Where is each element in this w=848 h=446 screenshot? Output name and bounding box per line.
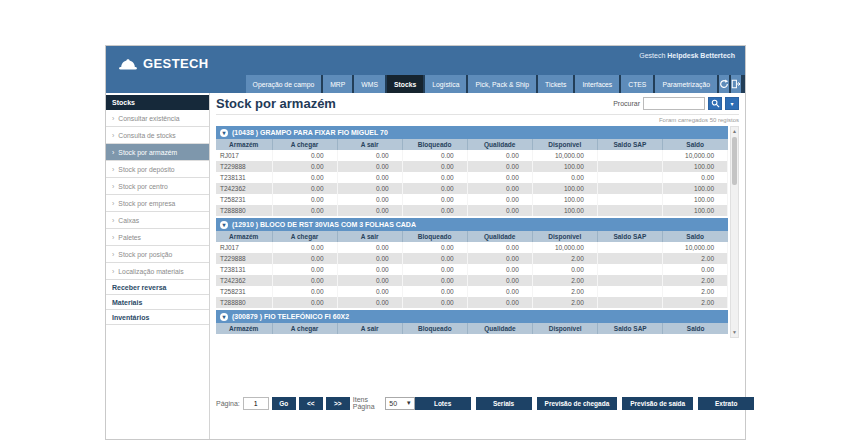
tab-stocks[interactable]: Stocks <box>387 75 423 93</box>
action-button-extrato[interactable]: Extrato <box>698 397 754 410</box>
action-button-previs-o-de-chegada[interactable]: Previsão de chegada <box>537 397 618 410</box>
tab-pick-pack-ship[interactable]: Pick, Pack & Ship <box>468 75 536 93</box>
tab-log-stica[interactable]: Logística <box>425 75 466 93</box>
cell: 0.00 <box>467 205 532 216</box>
action-button-previs-o-de-sa-da[interactable]: Previsão de saída <box>622 397 693 410</box>
next-page-button[interactable]: >> <box>326 397 350 410</box>
sidebar-item-label: Caixas <box>118 217 139 224</box>
action-button-lotes[interactable]: Lotes <box>415 397 471 410</box>
cell: 0.00 <box>467 297 532 308</box>
app-header: GESTECH Gestech Helpdesk Bettertech Oper… <box>106 46 745 93</box>
cell: 0.00 <box>402 183 467 194</box>
cell: 2.00 <box>532 275 597 286</box>
search-input[interactable] <box>643 97 705 110</box>
sidebar-item-consulta-de-stocks[interactable]: ›Consulta de stocks <box>106 127 209 144</box>
sidebar-section-receber-reversa[interactable]: Receber reversa <box>106 280 209 295</box>
sidebar-item-stock-por-empresa[interactable]: ›Stock por empresa <box>106 195 209 212</box>
action-button-serials[interactable]: Serials <box>476 397 532 410</box>
sidebar-item-stock-por-posi-o[interactable]: ›Stock por posição <box>106 246 209 263</box>
stock-group: ▾(10438 ) GRAMPO PARA FIXAR FIO MIGUEL 7… <box>216 126 728 216</box>
sidebar-item-stock-por-armaz-m[interactable]: ›Stock por armazém <box>106 144 209 161</box>
cell: 0.00 <box>402 205 467 216</box>
table-row: RJ0170.000.000.000.0010,000.0010,000.00 <box>216 242 728 253</box>
stock-table: ArmazémA chegarA sairBloqueadoQualidadeD… <box>216 323 728 334</box>
tab-interfaces[interactable]: Interfaces <box>575 75 619 93</box>
search-options-button[interactable]: ▾ <box>725 97 739 110</box>
search-icon <box>711 99 720 108</box>
cell: 10,000.00 <box>662 242 727 253</box>
chevron-down-icon: ▾ <box>730 100 733 107</box>
column-header: Armazém <box>216 139 272 150</box>
cell: 0.00 <box>467 183 532 194</box>
content-area: Stocks ›Consultar existência›Consulta de… <box>106 93 745 439</box>
logout-button[interactable] <box>731 75 741 93</box>
cell: 0.00 <box>337 205 402 216</box>
cell: 100.00 <box>532 161 597 172</box>
cell: 0.00 <box>467 172 532 183</box>
cell: 2.00 <box>532 286 597 297</box>
cell: 0.00 <box>272 297 337 308</box>
tab-ctes[interactable]: CTES <box>621 75 653 93</box>
account-info: Gestech Helpdesk Bettertech <box>639 52 735 59</box>
search-button[interactable] <box>708 97 722 110</box>
group-header[interactable]: ▾(10438 ) GRAMPO PARA FIXAR FIO MIGUEL 7… <box>216 126 728 139</box>
app-window: GESTECH Gestech Helpdesk Bettertech Oper… <box>105 45 746 440</box>
stock-group: ▾(300879 ) FIO TELEFÓNICO FI 60X2Armazém… <box>216 310 728 334</box>
table-row: T2298880.000.000.000.002.002.00 <box>216 253 728 264</box>
go-button[interactable]: Go <box>272 397 296 410</box>
cell: 0.00 <box>532 172 597 183</box>
collapse-icon[interactable]: ▾ <box>220 221 228 229</box>
stock-group: ▾(12910 ) BLOCO DE RST 30VIAS COM 3 FOLH… <box>216 218 728 308</box>
sidebar-item-localiza-o-materiais[interactable]: ›Localização materiais <box>106 263 209 280</box>
group-header[interactable]: ▾(300879 ) FIO TELEFÓNICO FI 60X2 <box>216 310 728 323</box>
collapse-icon[interactable]: ▾ <box>220 129 228 137</box>
cell: T229888 <box>216 161 272 172</box>
cell: 0.00 <box>337 194 402 205</box>
scroll-up-icon[interactable]: ▲ <box>731 127 738 136</box>
column-header: A chegar <box>272 323 337 334</box>
column-header: A chegar <box>272 231 337 242</box>
collapse-icon[interactable]: ▾ <box>220 313 228 321</box>
sidebar-item-caixas[interactable]: ›Caixas <box>106 212 209 229</box>
refresh-button[interactable] <box>719 75 729 93</box>
stock-table: ArmazémA chegarA sairBloqueadoQualidadeD… <box>216 139 728 216</box>
sidebar-item-stock-por-centro[interactable]: ›Stock por centro <box>106 178 209 195</box>
sidebar-item-label: Stock por depósito <box>118 166 174 173</box>
cell: 2.00 <box>532 253 597 264</box>
sidebar-section-materiais[interactable]: Materiais <box>106 295 209 310</box>
cell: T229888 <box>216 253 272 264</box>
sidebar-item-stock-por-dep-sito[interactable]: ›Stock por depósito <box>106 161 209 178</box>
scroll-down-icon[interactable]: ▼ <box>731 328 738 337</box>
table-scrollbar[interactable]: ▲ ▼ <box>730 126 739 338</box>
cell: 0.00 <box>272 205 337 216</box>
cell <box>597 286 662 297</box>
group-title: (300879 ) FIO TELEFÓNICO FI 60X2 <box>232 313 349 320</box>
table-row: T2381310.000.000.000.000.000.00 <box>216 264 728 275</box>
tab-opera-o-de-campo[interactable]: Operação de campo <box>246 75 322 93</box>
column-header: Saldo <box>662 139 727 150</box>
page-input[interactable] <box>243 397 269 410</box>
cell: 0.00 <box>272 275 337 286</box>
chevron-right-icon: › <box>112 217 114 224</box>
scrollbar-thumb[interactable] <box>732 137 737 185</box>
sidebar-item-consultar-exist-ncia[interactable]: ›Consultar existência <box>106 110 209 127</box>
sidebar-item-paletes[interactable]: ›Paletes <box>106 229 209 246</box>
sidebar-title: Stocks <box>106 95 209 110</box>
tab-tickets[interactable]: Tickets <box>538 75 573 93</box>
cell: 100.00 <box>662 183 727 194</box>
column-header: Bloqueado <box>402 323 467 334</box>
logo: GESTECH <box>118 56 209 71</box>
cell: T288880 <box>216 297 272 308</box>
records-loaded-info: Foram carregados 50 registos <box>216 116 739 124</box>
stock-table: ArmazémA chegarA sairBloqueadoQualidadeD… <box>216 231 728 308</box>
items-per-page-label: Itens Página <box>353 396 383 410</box>
tab-parametriza-o[interactable]: Parametrização <box>655 75 717 93</box>
tab-mrp[interactable]: MRP <box>323 75 352 93</box>
tab-wms[interactable]: WMS <box>354 75 385 93</box>
sidebar-section-invent-rios[interactable]: Inventários <box>106 310 209 325</box>
group-header[interactable]: ▾(12910 ) BLOCO DE RST 30VIAS COM 3 FOLH… <box>216 218 728 231</box>
cell: 0.00 <box>337 242 402 253</box>
cell: 10,000.00 <box>532 242 597 253</box>
items-per-page-select[interactable]: 50 ▾ <box>385 397 414 410</box>
prev-page-button[interactable]: << <box>299 397 323 410</box>
